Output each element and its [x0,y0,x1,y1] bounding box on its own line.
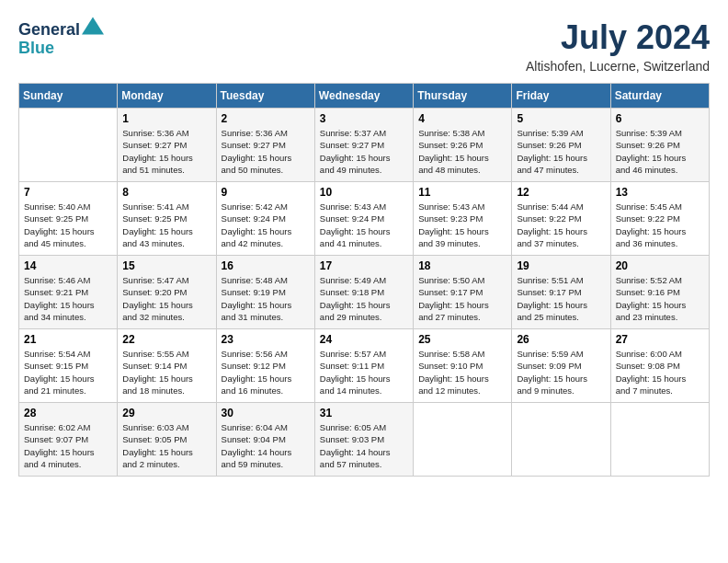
logo-text: GeneralBlue [18,18,104,58]
weekday-saturday: Saturday [610,84,709,109]
day-number: 12 [517,186,605,199]
day-number: 18 [418,259,506,272]
day-number: 15 [122,259,210,272]
calendar-cell: 5Sunrise: 5:39 AM Sunset: 9:26 PM Daylig… [512,109,610,182]
day-info: Sunrise: 5:36 AM Sunset: 9:27 PM Dayligh… [222,127,310,176]
day-number: 25 [418,333,506,346]
day-info: Sunrise: 5:44 AM Sunset: 9:22 PM Dayligh… [517,201,605,249]
day-info: Sunrise: 5:43 AM Sunset: 9:24 PM Dayligh… [320,201,408,249]
day-number: 30 [222,407,310,419]
calendar-cell: 18Sunrise: 5:50 AM Sunset: 9:17 PM Dayli… [414,256,512,329]
day-number: 29 [122,407,210,419]
calendar-cell: 14Sunrise: 5:46 AM Sunset: 9:21 PM Dayli… [19,256,118,329]
day-number: 3 [320,112,408,125]
calendar-table: SundayMondayTuesdayWednesdayThursdayFrid… [18,83,710,477]
calendar-cell: 9Sunrise: 5:42 AM Sunset: 9:24 PM Daylig… [216,182,314,256]
calendar-cell: 7Sunrise: 5:40 AM Sunset: 9:25 PM Daylig… [19,182,118,256]
calendar-cell: 29Sunrise: 6:03 AM Sunset: 9:05 PM Dayli… [118,403,216,477]
day-info: Sunrise: 5:58 AM Sunset: 9:10 PM Dayligh… [418,348,506,396]
title-area: July 2024 Altishofen, Lucerne, Switzerla… [526,18,710,74]
weekday-monday: Monday [118,84,216,109]
day-number: 27 [616,333,704,346]
calendar-cell: 6Sunrise: 5:39 AM Sunset: 9:26 PM Daylig… [610,109,709,182]
calendar-cell: 24Sunrise: 5:57 AM Sunset: 9:11 PM Dayli… [314,329,413,403]
day-number: 14 [24,259,112,272]
week-row-5: 28Sunrise: 6:02 AM Sunset: 9:07 PM Dayli… [19,403,710,477]
week-row-4: 21Sunrise: 5:54 AM Sunset: 9:15 PM Dayli… [19,329,710,403]
day-number: 20 [616,259,704,272]
day-info: Sunrise: 5:55 AM Sunset: 9:14 PM Dayligh… [122,348,210,396]
calendar-cell [610,403,709,477]
day-info: Sunrise: 5:45 AM Sunset: 9:22 PM Dayligh… [616,201,704,249]
day-number: 6 [616,112,704,125]
day-info: Sunrise: 5:43 AM Sunset: 9:23 PM Dayligh… [418,201,506,249]
day-number: 21 [24,333,112,346]
day-info: Sunrise: 5:57 AM Sunset: 9:11 PM Dayligh… [320,348,408,396]
calendar-cell [19,109,118,182]
logo: GeneralBlue [18,18,104,58]
calendar-cell: 22Sunrise: 5:55 AM Sunset: 9:14 PM Dayli… [118,329,216,403]
day-number: 2 [222,112,310,125]
weekday-sunday: Sunday [19,84,118,109]
day-number: 11 [418,186,506,199]
weekday-header-row: SundayMondayTuesdayWednesdayThursdayFrid… [19,84,710,109]
day-info: Sunrise: 5:41 AM Sunset: 9:25 PM Dayligh… [122,201,210,249]
calendar-cell: 2Sunrise: 5:36 AM Sunset: 9:27 PM Daylig… [216,109,314,182]
day-info: Sunrise: 5:48 AM Sunset: 9:19 PM Dayligh… [222,274,310,323]
calendar-cell [414,403,512,477]
day-number: 24 [320,333,408,346]
logo-blue: Blue [18,39,54,57]
calendar-cell: 11Sunrise: 5:43 AM Sunset: 9:23 PM Dayli… [414,182,512,256]
weekday-friday: Friday [512,84,610,109]
calendar-cell: 4Sunrise: 5:38 AM Sunset: 9:26 PM Daylig… [414,109,512,182]
day-number: 9 [222,186,310,199]
day-info: Sunrise: 5:39 AM Sunset: 9:26 PM Dayligh… [616,127,704,176]
location-text: Altishofen, Lucerne, Switzerland [526,59,710,74]
calendar-cell: 27Sunrise: 6:00 AM Sunset: 9:08 PM Dayli… [610,329,709,403]
day-info: Sunrise: 5:47 AM Sunset: 9:20 PM Dayligh… [122,274,210,323]
day-info: Sunrise: 5:56 AM Sunset: 9:12 PM Dayligh… [222,348,310,396]
calendar-cell: 23Sunrise: 5:56 AM Sunset: 9:12 PM Dayli… [216,329,314,403]
day-number: 16 [222,259,310,272]
day-info: Sunrise: 6:05 AM Sunset: 9:03 PM Dayligh… [320,421,408,470]
day-info: Sunrise: 5:50 AM Sunset: 9:17 PM Dayligh… [418,274,506,323]
week-row-1: 1Sunrise: 5:36 AM Sunset: 9:27 PM Daylig… [19,109,710,182]
page-header: GeneralBlue July 2024 Altishofen, Lucern… [18,18,710,74]
day-number: 10 [320,186,408,199]
day-info: Sunrise: 5:52 AM Sunset: 9:16 PM Dayligh… [616,274,704,323]
day-number: 19 [517,259,605,272]
calendar-cell: 28Sunrise: 6:02 AM Sunset: 9:07 PM Dayli… [19,403,118,477]
calendar-cell: 3Sunrise: 5:37 AM Sunset: 9:27 PM Daylig… [314,109,413,182]
weekday-wednesday: Wednesday [314,84,413,109]
calendar-cell: 25Sunrise: 5:58 AM Sunset: 9:10 PM Dayli… [414,329,512,403]
calendar-cell: 21Sunrise: 5:54 AM Sunset: 9:15 PM Dayli… [19,329,118,403]
day-info: Sunrise: 5:51 AM Sunset: 9:17 PM Dayligh… [517,274,605,323]
weekday-tuesday: Tuesday [216,84,314,109]
day-number: 8 [122,186,210,199]
day-info: Sunrise: 5:40 AM Sunset: 9:25 PM Dayligh… [24,201,112,249]
day-number: 26 [517,333,605,346]
day-info: Sunrise: 5:36 AM Sunset: 9:27 PM Dayligh… [122,127,210,176]
day-info: Sunrise: 5:49 AM Sunset: 9:18 PM Dayligh… [320,274,408,323]
svg-marker-0 [82,17,104,34]
day-number: 7 [24,186,112,199]
calendar-cell: 20Sunrise: 5:52 AM Sunset: 9:16 PM Dayli… [610,256,709,329]
day-number: 17 [320,259,408,272]
calendar-cell: 15Sunrise: 5:47 AM Sunset: 9:20 PM Dayli… [118,256,216,329]
day-number: 13 [616,186,704,199]
calendar-cell: 13Sunrise: 5:45 AM Sunset: 9:22 PM Dayli… [610,182,709,256]
day-info: Sunrise: 5:59 AM Sunset: 9:09 PM Dayligh… [517,348,605,396]
day-number: 23 [222,333,310,346]
calendar-cell: 19Sunrise: 5:51 AM Sunset: 9:17 PM Dayli… [512,256,610,329]
calendar-cell: 26Sunrise: 5:59 AM Sunset: 9:09 PM Dayli… [512,329,610,403]
day-info: Sunrise: 6:03 AM Sunset: 9:05 PM Dayligh… [122,421,210,470]
day-info: Sunrise: 6:00 AM Sunset: 9:08 PM Dayligh… [616,348,704,396]
calendar-cell: 1Sunrise: 5:36 AM Sunset: 9:27 PM Daylig… [118,109,216,182]
day-info: Sunrise: 5:39 AM Sunset: 9:26 PM Dayligh… [517,127,605,176]
day-number: 5 [517,112,605,125]
calendar-cell: 8Sunrise: 5:41 AM Sunset: 9:25 PM Daylig… [118,182,216,256]
day-number: 1 [122,112,210,125]
day-number: 22 [122,333,210,346]
week-row-2: 7Sunrise: 5:40 AM Sunset: 9:25 PM Daylig… [19,182,710,256]
day-info: Sunrise: 5:54 AM Sunset: 9:15 PM Dayligh… [24,348,112,396]
